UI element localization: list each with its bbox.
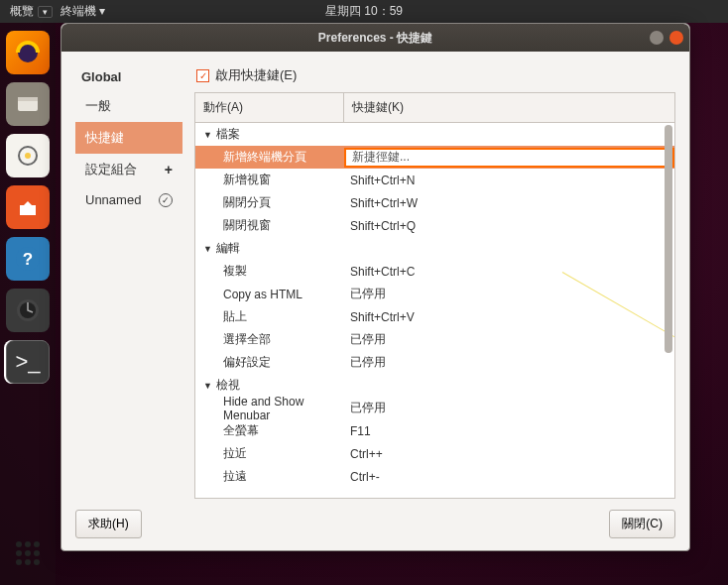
sidebar-item-shortcuts[interactable]: 快捷鍵 — [75, 122, 182, 154]
shortcuts-table: 動作(A) 快捷鍵(K) ▼檔案新增終端機分頁新捷徑鍵...新增視窗Shift+… — [194, 92, 675, 499]
terminal-glyph: >_ — [15, 349, 40, 375]
shortcut-row[interactable]: 新增視窗Shift+Ctrl+N — [195, 169, 674, 191]
disclosure-triangle-icon: ▼ — [203, 130, 212, 140]
close-button[interactable]: 關閉(C) — [609, 510, 675, 538]
window-title: Preferences - 快捷鍵 — [318, 30, 432, 47]
action-cell: 關閉分頁 — [195, 194, 344, 211]
column-header-action[interactable]: 動作(A) — [195, 93, 344, 122]
dock-icon-settings[interactable] — [6, 289, 50, 332]
action-cell: 複製 — [195, 263, 344, 280]
apps-grid-icon — [16, 541, 40, 565]
vertical-scrollbar[interactable] — [665, 125, 672, 481]
add-profile-icon[interactable]: + — [165, 162, 173, 177]
shortcut-cell: Shift+Ctrl+C — [344, 265, 674, 279]
shortcut-cell: Shift+Ctrl+Q — [344, 219, 674, 233]
sidebar-item-label: 設定組合 — [85, 161, 137, 178]
enable-shortcuts-label: 啟用快捷鍵(E) — [215, 66, 297, 84]
shortcut-cell: Shift+Ctrl+W — [344, 196, 674, 210]
help-button[interactable]: 求助(H) — [75, 510, 142, 538]
preferences-sidebar: Global 一般 快捷鍵 設定組合 + Unnamed ✓ — [75, 63, 182, 499]
disclosure-triangle-icon: ▼ — [203, 381, 212, 391]
action-cell: Copy as HTML — [195, 288, 344, 301]
action-cell: 貼上 — [195, 308, 344, 325]
shortcut-row[interactable]: 拉近Ctrl++ — [195, 442, 674, 465]
shortcut-cell: 已停用 — [344, 354, 674, 371]
minimize-button[interactable] — [650, 31, 664, 45]
shortcut-cell: Shift+Ctrl+N — [344, 174, 674, 187]
shortcut-cell: Ctrl+- — [344, 470, 674, 484]
shortcut-cell: 已停用 — [344, 286, 674, 302]
dock-icon-rhythmbox[interactable] — [6, 134, 50, 177]
shortcut-cell: 已停用 — [344, 400, 674, 416]
appmenu-dropdown-icon: ▾ — [38, 6, 53, 18]
action-cell: 拉遠 — [195, 468, 344, 485]
shortcut-row[interactable]: 拉遠Ctrl+- — [195, 465, 674, 488]
clock-label[interactable]: 星期四 10：59 — [325, 3, 403, 20]
shortcut-row[interactable]: 關閉視窗Shift+Ctrl+Q — [195, 214, 674, 237]
action-cell: 選擇全部 — [195, 331, 344, 348]
shortcut-cell: 已停用 — [344, 331, 674, 348]
activities-button[interactable]: 概覽 — [10, 3, 34, 20]
shortcut-row[interactable]: 關閉分頁Shift+Ctrl+W — [195, 191, 674, 214]
titlebar[interactable]: Preferences - 快捷鍵 — [61, 24, 689, 52]
sidebar-item-label: Unnamed — [85, 192, 141, 207]
dock-icon-files[interactable] — [6, 82, 50, 126]
shortcut-cell: Ctrl++ — [344, 447, 674, 461]
section-header[interactable]: ▼編輯 — [195, 237, 674, 260]
action-cell: 偏好設定 — [195, 354, 344, 371]
dock-icon-software[interactable] — [6, 185, 50, 229]
section-header[interactable]: ▼檔案 — [195, 123, 674, 146]
close-window-button[interactable] — [669, 31, 683, 45]
dock-icon-terminal[interactable]: >_ — [6, 340, 50, 384]
sidebar-item-profile-unnamed[interactable]: Unnamed ✓ — [75, 185, 182, 214]
dialog-footer: 求助(H) 關閉(C) — [61, 507, 689, 550]
action-cell: 新增終端機分頁 — [195, 149, 344, 166]
svg-rect-2 — [18, 97, 38, 101]
sidebar-category-global: Global — [75, 63, 182, 90]
shortcut-cell: F11 — [344, 424, 674, 438]
sidebar-item-label: 快捷鍵 — [85, 129, 124, 147]
sidebar-item-label: 一般 — [85, 97, 111, 115]
shortcut-row[interactable]: Hide and Show Menubar已停用 — [195, 397, 674, 419]
disclosure-triangle-icon: ▼ — [203, 244, 212, 254]
show-applications-button[interactable] — [6, 531, 50, 575]
shortcut-row[interactable]: 複製Shift+Ctrl+C — [195, 260, 674, 283]
section-name: 檔案 — [216, 126, 240, 143]
action-cell: 新增視窗 — [195, 172, 344, 188]
default-profile-check-icon: ✓ — [159, 193, 173, 207]
dock: ? >_ — [0, 23, 56, 585]
enable-shortcuts-checkbox[interactable]: ✓ — [196, 69, 209, 82]
shortcut-row[interactable]: 選擇全部已停用 — [195, 328, 674, 351]
shortcut-cell: Shift+Ctrl+V — [344, 310, 674, 324]
sidebar-item-general[interactable]: 一般 — [75, 90, 182, 122]
svg-text:?: ? — [23, 250, 33, 269]
shortcut-row[interactable]: 全螢幕F11 — [195, 419, 674, 442]
action-cell: 全螢幕 — [195, 422, 344, 439]
dock-icon-help[interactable]: ? — [6, 237, 50, 281]
action-cell: 拉近 — [195, 445, 344, 462]
shortcuts-table-body: ▼檔案新增終端機分頁新捷徑鍵...新增視窗Shift+Ctrl+N關閉分頁Shi… — [195, 123, 674, 498]
section-name: 編輯 — [216, 240, 240, 257]
appmenu-label[interactable]: 終端機 ▾ — [61, 3, 105, 20]
top-panel: 概覽 ▾ 終端機 ▾ 星期四 10：59 — [0, 0, 728, 23]
shortcuts-pane: ✓ 啟用快捷鍵(E) 動作(A) 快捷鍵(K) ▼檔案新增終端機分頁新捷徑鍵..… — [194, 63, 675, 499]
action-cell: Hide and Show Menubar — [195, 395, 344, 422]
shortcut-row[interactable]: Copy as HTML已停用 — [195, 283, 674, 305]
action-cell: 關閉視窗 — [195, 217, 344, 234]
sidebar-item-profiles-header[interactable]: 設定組合 + — [75, 154, 182, 185]
shortcut-row[interactable]: 貼上Shift+Ctrl+V — [195, 305, 674, 328]
section-name: 檢視 — [216, 377, 240, 394]
preferences-window: Preferences - 快捷鍵 Global 一般 快捷鍵 設定組合 + U… — [61, 23, 690, 551]
shortcut-row[interactable]: 偏好設定已停用 — [195, 351, 674, 374]
shortcut-cell[interactable]: 新捷徑鍵... — [344, 148, 674, 168]
column-header-shortcut[interactable]: 快捷鍵(K) — [344, 93, 674, 122]
shortcut-row[interactable]: 新增終端機分頁新捷徑鍵... — [195, 146, 674, 169]
svg-point-4 — [25, 153, 31, 159]
dock-icon-firefox[interactable] — [6, 31, 50, 74]
